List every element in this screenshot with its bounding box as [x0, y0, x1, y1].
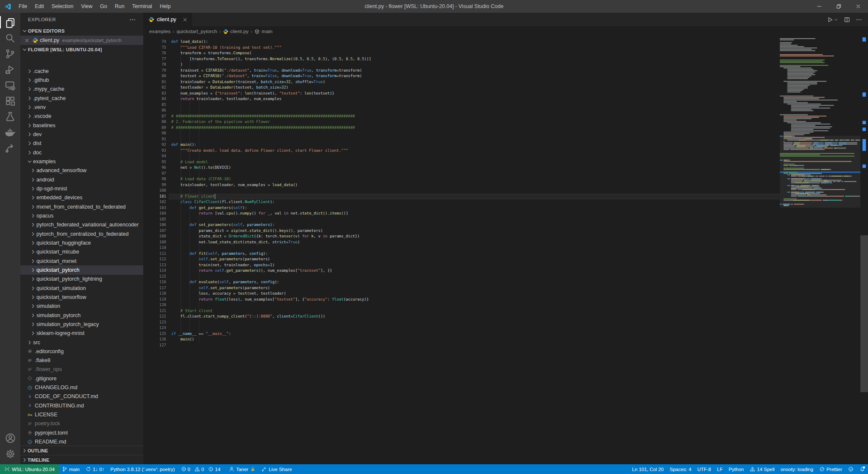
- line-number-85[interactable]: 85: [143, 102, 166, 108]
- breadcrumb-main[interactable]: main: [254, 28, 273, 34]
- line-number-105[interactable]: 105: [143, 217, 166, 223]
- tree-item-simulation_pytorch[interactable]: simulation_pytorch: [20, 311, 143, 320]
- tree-item-baselines[interactable]: baselines: [20, 121, 143, 130]
- tree-item-.mypy_cache[interactable]: .mypy_cache: [20, 85, 143, 94]
- code-line-79[interactable]: trainset = CIFAR10("./dataset", train=Tr…: [171, 68, 371, 74]
- tree-item-.vscode[interactable]: .vscode: [20, 112, 143, 121]
- close-icon[interactable]: [24, 38, 30, 43]
- code-line-125[interactable]: if __name__ == "__main__":: [171, 331, 371, 337]
- line-number-110[interactable]: 110: [143, 245, 166, 251]
- more-actions-icon[interactable]: [856, 17, 862, 23]
- code-line-74[interactable]: def load_data():: [171, 39, 371, 45]
- code-line-102[interactable]: class CifarClient(fl.client.NumPyClient)…: [171, 199, 371, 205]
- line-number-80[interactable]: 80: [143, 73, 166, 79]
- code-line-124[interactable]: [171, 325, 371, 331]
- minimize-button[interactable]: [810, 0, 829, 13]
- code-line-118[interactable]: loss, accuracy = test(net, testloader): [171, 291, 371, 297]
- tree-item-README.md[interactable]: README.md: [20, 437, 143, 446]
- menu-help[interactable]: Help: [156, 0, 175, 13]
- code-line-76[interactable]: transform = transforms.Compose(: [171, 50, 371, 56]
- tree-item-.flower_ops[interactable]: .flower_ops: [20, 365, 143, 374]
- code-line-78[interactable]: ): [171, 62, 371, 68]
- status-problems[interactable]: 0014: [178, 464, 226, 474]
- tree-item-pytorch_federated_variational_autoencoder[interactable]: pytorch_federated_variational_autoencode…: [20, 220, 143, 229]
- tree-item-.pytest_cache[interactable]: .pytest_cache: [20, 94, 143, 103]
- code-line-117[interactable]: self.set_parameters(parameters): [171, 285, 371, 291]
- code-line-114[interactable]: return self.get_parameters(), num_exampl…: [171, 268, 371, 274]
- open-editor-item[interactable]: client.py examples/quickstart_pytorch: [20, 36, 143, 45]
- tree-item-src[interactable]: src: [20, 338, 143, 347]
- line-number-100[interactable]: 100: [143, 188, 166, 194]
- code-line-95[interactable]: # Load model: [171, 159, 371, 165]
- menu-terminal[interactable]: Terminal: [128, 0, 156, 13]
- code-line-109[interactable]: net.load_state_dict(state_dict, strict=T…: [171, 240, 371, 245]
- line-number-107[interactable]: 107: [143, 228, 166, 234]
- tree-item-quickstart_huggingface[interactable]: quickstart_huggingface: [20, 238, 143, 247]
- activity-source-control-icon[interactable]: [0, 46, 20, 61]
- vertical-scrollbar-thumb[interactable]: [860, 235, 868, 392]
- line-number-112[interactable]: 112: [143, 257, 166, 262]
- tab-client-py[interactable]: client.py: [143, 13, 192, 26]
- activity-search-icon[interactable]: [0, 30, 20, 46]
- code-line-123[interactable]: [171, 320, 371, 326]
- tree-item-pytorch_from_centralized_to_federated[interactable]: pytorch_from_centralized_to_federated: [20, 229, 143, 238]
- line-number-79[interactable]: 79: [143, 68, 166, 74]
- line-number-77[interactable]: 77: [143, 56, 166, 62]
- status-snooty[interactable]: snooty: loading: [778, 464, 816, 474]
- open-editors-section[interactable]: OPEN EDITORS: [20, 26, 143, 36]
- status-encoding[interactable]: UTF-8: [694, 464, 714, 474]
- tree-item-CHANGELOG.md[interactable]: CHANGELOG.md: [20, 383, 143, 392]
- code-line-111[interactable]: def fit(self, parameters, config):: [171, 251, 371, 257]
- code-line-84[interactable]: return trainloader, testloader, num_exam…: [171, 96, 371, 102]
- line-number-121[interactable]: 121: [143, 308, 166, 314]
- status-language[interactable]: Python: [726, 464, 747, 474]
- code-line-90[interactable]: [171, 131, 371, 137]
- activity-settings-icon[interactable]: [0, 446, 20, 462]
- code-line-120[interactable]: [171, 302, 371, 308]
- line-number-97[interactable]: 97: [143, 171, 166, 177]
- code-line-99[interactable]: trainloader, testloader, num_examples = …: [171, 182, 371, 188]
- tree-item-CODE_OF_CONDUCT.md[interactable]: CODE_OF_CONDUCT.md: [20, 392, 143, 401]
- tree-item-.github[interactable]: .github: [20, 75, 143, 84]
- code-line-119[interactable]: return float(loss), num_examples["testse…: [171, 297, 371, 303]
- menu-file[interactable]: File: [15, 0, 31, 13]
- activity-live-share-icon[interactable]: [0, 140, 20, 156]
- menu-selection[interactable]: Selection: [48, 0, 77, 13]
- code-line-77[interactable]: [transforms.ToTensor(), transforms.Norma…: [171, 56, 371, 62]
- explorer-more-actions-icon[interactable]: [129, 17, 136, 23]
- menu-go[interactable]: Go: [96, 0, 111, 13]
- code-line-85[interactable]: [171, 102, 371, 108]
- code-line-83[interactable]: num_examples = {"trainset": len(trainset…: [171, 91, 371, 97]
- tree-item-poetry.lock[interactable]: poetry.lock: [20, 419, 143, 428]
- line-number-89[interactable]: 89: [143, 125, 166, 131]
- line-number-93[interactable]: 93: [143, 148, 166, 154]
- tree-item-.venv[interactable]: .venv: [20, 103, 143, 112]
- tree-item-.editorconfig[interactable]: .editorconfig: [20, 347, 143, 356]
- tree-item-doc[interactable]: doc: [20, 148, 143, 157]
- status-remote[interactable]: WSL: Ubuntu-20.04: [0, 464, 59, 474]
- line-number-103[interactable]: 103: [143, 205, 166, 211]
- line-number-86[interactable]: 86: [143, 108, 166, 114]
- tab-close-icon[interactable]: [182, 17, 188, 22]
- workspace-section[interactable]: FLOWER [WSL: UBUNTU-20.04]: [20, 45, 143, 54]
- line-number-81[interactable]: 81: [143, 79, 166, 85]
- tree-item-android[interactable]: android: [20, 175, 143, 184]
- code-line-80[interactable]: testset = CIFAR10("./dataset", train=Fal…: [171, 73, 371, 79]
- line-number-115[interactable]: 115: [143, 274, 166, 280]
- activity-testing-icon[interactable]: [0, 109, 20, 124]
- menu-edit[interactable]: Edit: [31, 0, 48, 13]
- minimap[interactable]: [780, 36, 860, 215]
- code-line-103[interactable]: def get_parameters(self):: [171, 205, 371, 211]
- line-number-84[interactable]: 84: [143, 96, 166, 102]
- line-number-124[interactable]: 124: [143, 325, 166, 331]
- split-editor-icon[interactable]: [844, 17, 850, 23]
- tree-item-simulation_pytorch_legacy[interactable]: simulation_pytorch_legacy: [20, 320, 143, 329]
- line-number-114[interactable]: 114: [143, 268, 166, 274]
- line-number-78[interactable]: 78: [143, 62, 166, 68]
- status-indentation[interactable]: Spaces: 4: [667, 464, 694, 474]
- line-number-126[interactable]: 126: [143, 337, 166, 343]
- close-button[interactable]: [849, 0, 868, 13]
- line-number-102[interactable]: 102: [143, 199, 166, 205]
- status-liveshare[interactable]: Live Share: [259, 464, 295, 474]
- activity-extensions-icon[interactable]: [0, 93, 20, 109]
